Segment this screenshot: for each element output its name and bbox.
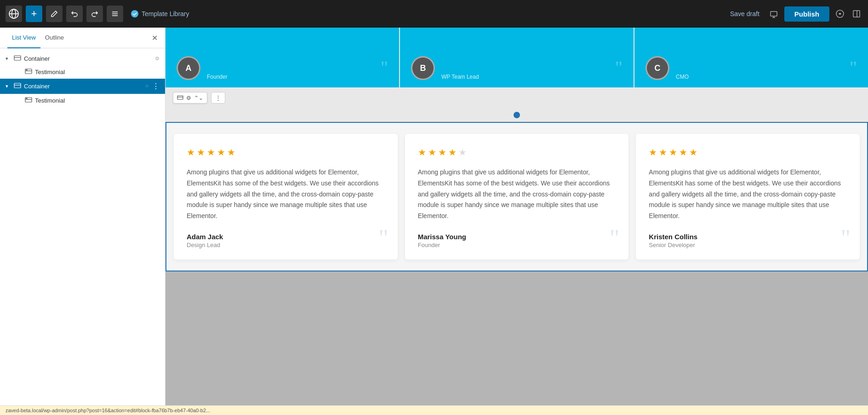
- star-1-5: ★: [227, 147, 235, 158]
- more-options-button[interactable]: [834, 8, 846, 20]
- tree-item-testimonial-1[interactable]: ▾ Testimonial: [17, 65, 165, 79]
- star-2-4: ★: [448, 147, 457, 158]
- template-library-button[interactable]: Template Library: [127, 8, 193, 20]
- responsive-button[interactable]: [768, 8, 780, 20]
- testimonial-2-label: Testimonial: [35, 97, 160, 104]
- cards-row: ★ ★ ★ ★ ★ Among plugins that give us add…: [174, 134, 860, 259]
- tab-list-view[interactable]: List View: [7, 28, 40, 48]
- container-1-label: Container: [24, 55, 152, 62]
- publish-button[interactable]: Publish: [784, 6, 829, 22]
- topbar: +: [0, 0, 868, 28]
- testimonial-footer-3: Kristen Collins Senior Developer: [649, 233, 847, 248]
- template-library-label: Template Library: [142, 10, 189, 17]
- widget-icon: [177, 94, 183, 101]
- tree-item-container-2[interactable]: ▾ Container ☞ ⋮: [0, 79, 165, 94]
- three-dot-menu[interactable]: ⋮: [152, 82, 160, 91]
- testimonial-card-3: ★ ★ ★ ★ ★ Among plugins that give us add…: [636, 134, 860, 259]
- container-icon-2: [14, 83, 21, 90]
- widget-toolbar[interactable]: ⚙ ⌃⌄: [173, 92, 207, 104]
- quote-watermark-1: ": [378, 226, 388, 250]
- canvas-area: A Founder " B WP Team Lead " C CMO ": [166, 28, 868, 415]
- avatar-1: A: [177, 56, 200, 80]
- svg-point-22: [26, 98, 27, 99]
- tree-group-1: ▾ Container ⚙ ▾: [0, 52, 165, 79]
- cyan-card-role-2: WP Team Lead: [441, 74, 479, 80]
- star-1-1: ★: [187, 147, 195, 158]
- cyan-card-info-3: CMO: [676, 74, 689, 80]
- stars-3: ★ ★ ★ ★ ★: [649, 147, 847, 158]
- svg-rect-13: [14, 56, 21, 60]
- testimonial-1-label: Testimonial: [35, 69, 160, 75]
- cursor-icon-1: ⚙: [155, 56, 160, 62]
- testimonial-text-3: Among plugins that give us additional wi…: [649, 167, 847, 222]
- list-view-button[interactable]: [107, 6, 123, 22]
- expand-icon-1: ▾: [6, 56, 11, 62]
- cyan-quote-1: ": [381, 57, 388, 78]
- star-1-4: ★: [217, 147, 225, 158]
- topbar-right: Save draft Publish: [726, 6, 862, 22]
- redo-button[interactable]: [86, 6, 103, 22]
- testimonial-icon-1: [25, 69, 32, 75]
- quote-watermark-2: ": [610, 226, 619, 250]
- add-button[interactable]: +: [26, 6, 42, 22]
- cyan-cards-row: A Founder " B WP Team Lead " C CMO ": [166, 28, 868, 87]
- testimonial-role-3: Senior Developer: [649, 242, 847, 248]
- cyan-quote-2: ": [615, 57, 622, 78]
- svg-point-6: [131, 10, 138, 17]
- cyan-quote-3: ": [850, 57, 857, 78]
- cyan-card-info-1: Founder: [207, 74, 228, 80]
- main-layout: List View Outline ✕ ▾ Container ⚙: [0, 28, 868, 415]
- svg-point-17: [26, 69, 27, 70]
- expand-icon-2: ▾: [6, 83, 11, 89]
- star-3-1: ★: [649, 147, 657, 158]
- tree-item-container-1[interactable]: ▾ Container ⚙: [0, 52, 165, 65]
- panel-toggle-button[interactable]: [851, 8, 862, 20]
- sidebar-close-button[interactable]: ✕: [152, 34, 158, 42]
- star-3-3: ★: [669, 147, 677, 158]
- testimonial-card-2: ★ ★ ★ ★ ★ Among plugins that give us add…: [405, 134, 629, 259]
- testimonial-role-2: Founder: [418, 242, 616, 248]
- tree-group-2: ▾ Container ☞ ⋮ ▾: [0, 79, 165, 107]
- svg-rect-23: [177, 96, 183, 99]
- avatar-3: C: [645, 56, 669, 80]
- tree-children-2: ▾ Testimonial: [0, 94, 165, 107]
- tab-outline[interactable]: Outline: [40, 28, 69, 48]
- save-draft-button[interactable]: Save draft: [726, 8, 763, 19]
- tree-item-testimonial-2[interactable]: ▾ Testimonial: [17, 94, 165, 107]
- testimonial-text-1: Among plugins that give us additional wi…: [187, 167, 385, 222]
- cyan-card-role-1: Founder: [207, 74, 228, 80]
- cyan-card-2: B WP Team Lead ": [400, 28, 634, 87]
- container-icon-1: [14, 55, 21, 62]
- edit-button[interactable]: [46, 6, 63, 22]
- testimonial-role-1: Design Lead: [187, 242, 385, 248]
- quote-watermark-3: ": [841, 226, 851, 250]
- toolbar-more-button[interactable]: ⋮: [211, 92, 225, 104]
- wp-logo[interactable]: [6, 6, 22, 22]
- dots-row: [166, 108, 868, 122]
- testimonial-icon-2: [25, 97, 32, 104]
- sidebar-tabs: List View Outline ✕: [0, 28, 165, 48]
- testimonial-text-2: Among plugins that give us additional wi…: [418, 167, 616, 222]
- testimonial-author-3: Kristen Collins: [649, 233, 847, 241]
- testimonial-author-1: Adam Jack: [187, 233, 385, 241]
- star-2-3: ★: [438, 147, 446, 158]
- star-2-5: ★: [458, 147, 467, 158]
- star-3-4: ★: [679, 147, 687, 158]
- star-3-2: ★: [659, 147, 667, 158]
- cyan-card-1: A Founder ": [166, 28, 399, 87]
- undo-button[interactable]: [66, 6, 83, 22]
- svg-rect-7: [771, 12, 777, 16]
- status-bar: zaved-beta.local/wp-admin/post.php?post=…: [0, 405, 868, 415]
- star-3-5: ★: [689, 147, 697, 158]
- stars-1: ★ ★ ★ ★ ★: [187, 147, 385, 158]
- star-1-2: ★: [197, 147, 205, 158]
- testimonial-author-2: Marissa Young: [418, 233, 616, 241]
- carousel-dot[interactable]: [514, 112, 520, 118]
- cyan-card-3: C CMO ": [634, 28, 868, 87]
- widget-toolbar-arrows: ⌃⌄: [194, 95, 203, 101]
- star-1-3: ★: [207, 147, 215, 158]
- tree-children-1: ▾ Testimonial: [0, 65, 165, 79]
- testimonial-footer-1: Adam Jack Design Lead: [187, 233, 385, 248]
- sidebar-content: ▾ Container ⚙ ▾: [0, 48, 165, 415]
- testimonial-cards-section: ★ ★ ★ ★ ★ Among plugins that give us add…: [166, 122, 868, 271]
